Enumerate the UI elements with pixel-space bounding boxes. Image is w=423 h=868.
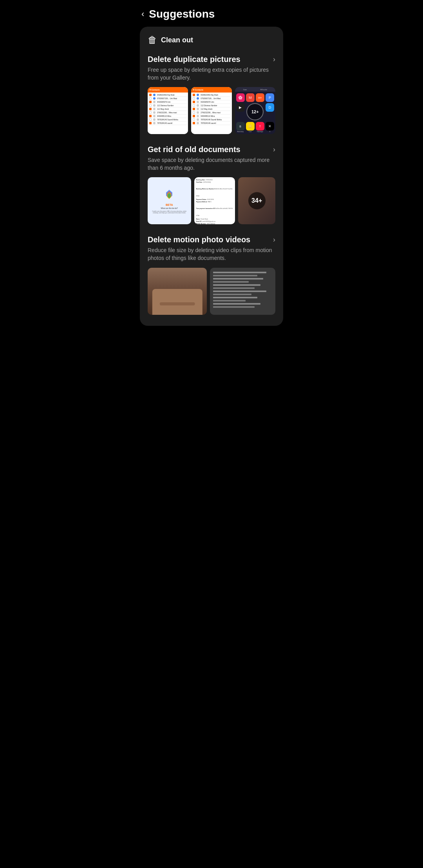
suggestion-title-1: Delete duplicate pictures <box>148 55 273 64</box>
suggestion-desc-1: Free up space by deleting extra copies o… <box>148 66 275 82</box>
main-card: 🗑 Clean out Delete duplicate pictures › … <box>140 27 283 326</box>
email-label: Email ID <box>196 221 202 222</box>
copilot-what-label: What can this bot do? <box>161 207 178 210</box>
badge-34: 34+ <box>248 192 266 209</box>
beta-label: BETA <box>166 203 173 206</box>
suggestion-title-3: Delete motion photo videos <box>148 235 273 244</box>
back-button[interactable]: ‹ <box>141 9 144 19</box>
suggestion-title-row-3[interactable]: Delete motion photo videos › <box>148 235 275 244</box>
copilot-logo-svg <box>161 188 177 203</box>
clean-out-header: 🗑 Clean out <box>148 35 275 45</box>
chevron-right-icon-2: › <box>273 145 275 154</box>
thumbnails-row-2: BETA What can this bot do? Copilot uses … <box>148 177 275 224</box>
thumb-copilot[interactable]: BETA What can this bot do? Copilot uses … <box>148 177 191 224</box>
suggestion-desc-2: Save space by deleting documents capture… <box>148 156 275 172</box>
mobile-value: 08511883324 <box>207 223 215 224</box>
email-value: pankil.82995@gmail.com <box>202 221 215 222</box>
clean-out-label: Clean out <box>161 36 193 44</box>
thumb-contact-list-1[interactable]: ☰ Contacts 9428023463 Raj Shah 079266071… <box>148 87 188 134</box>
suggestion-title-row-2[interactable]: Get rid of old documents › <box>148 145 275 154</box>
visit-date-label: Visit Date <box>196 182 202 183</box>
status-value: SUCCESS <box>207 199 214 200</box>
header: ‹ Suggestions <box>135 0 288 27</box>
suggestion-item-old-documents: Get rid of old documents › Save space by… <box>148 145 275 224</box>
ref-label: Booking Reference Number <box>196 188 214 190</box>
name-value: Pankil Shah <box>201 218 208 220</box>
page-title: Suggestions <box>149 8 215 20</box>
suggestion-title-2: Get rid of old documents <box>148 145 273 154</box>
suggestion-desc-3: Reduce file size by deleting video clips… <box>148 247 275 262</box>
mobile-label: Mobile Number <box>196 223 206 224</box>
suggestion-item-duplicate-pictures: Delete duplicate pictures › Free up spac… <box>148 55 275 134</box>
txn-label: Your payment transaction ID <box>196 208 215 209</box>
name-label: Name <box>196 218 200 220</box>
chevron-right-icon-1: › <box>273 55 275 64</box>
thumb-contact-list-2[interactable]: ☰ Contacts 9428023463 Raj Shah 079266071… <box>191 87 231 134</box>
clean-icon: 🗑 <box>148 35 157 45</box>
booking-date-label: Booking Date <box>196 179 205 181</box>
thumb-sofa-photo[interactable] <box>148 268 207 315</box>
method-label: Payment Method <box>196 201 207 203</box>
thumb-dark-document[interactable] <box>210 268 275 315</box>
chevron-right-icon-3: › <box>273 236 275 244</box>
thumbnails-row-1: ☰ Contacts 9428023463 Raj Shah 079266071… <box>148 87 275 134</box>
copilot-desc: Copilot uses the power of AI to boost pr… <box>151 211 188 214</box>
booking-date-value: 07/05/2024 <box>206 179 213 181</box>
visit-date-value: (07/05/2024) <box>203 182 211 183</box>
suggestion-title-row-1[interactable]: Delete duplicate pictures › <box>148 55 275 64</box>
thumb-booking[interactable]: Booking Date07/05/2024 Visit Date(07/05/… <box>194 177 235 224</box>
method-value: PAYU <box>208 201 212 203</box>
thumbnails-row-3 <box>148 268 275 315</box>
thumb-phone-screen[interactable]: Case 360 audio 🌸 M H+ P ▶ 12+ D <box>235 87 275 134</box>
suggestion-item-motion-videos: Delete motion photo videos › Reduce file… <box>148 235 275 314</box>
thumb-photo-overlay[interactable]: 34+ <box>238 177 275 224</box>
status-label: Payment Status <box>196 199 206 200</box>
